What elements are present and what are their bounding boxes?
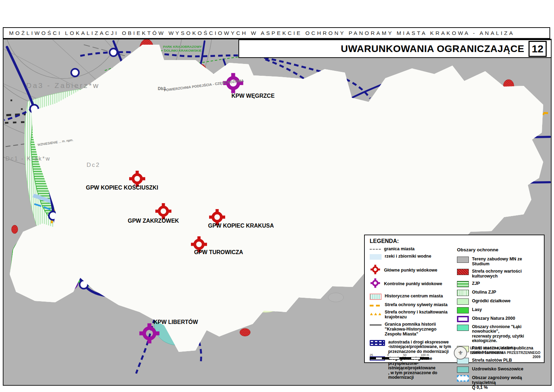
scale-bar: 25 0 50 100 m: [370, 353, 429, 360]
scale-bar-graphic: [370, 357, 429, 360]
ogrodki-swatch: [457, 298, 469, 305]
legend-item-tereny-mn: Tereny zabudowy MN ze Studium: [457, 257, 540, 266]
analysis-title: MOŻLIWOŚCI LOKALIZACJI OBIEKTÓW WYSOKOŚC…: [3, 30, 515, 36]
label-gpw-kopiec-krakusa: GPW KOPIEC KRAKUSA: [208, 223, 274, 229]
legend-footer: 25 0 50 100 m ⚜ URZĄD MIASTA KRAKOWA BIU…: [370, 346, 540, 360]
natura-2000-swatch: [457, 316, 469, 322]
annotation-park-2: DOLINKI KRAKOWSKIE: [164, 49, 202, 52]
annotation-park-1: PARK KRAJOBRAZOWY: [163, 45, 202, 49]
otulina-swatch: [457, 290, 469, 296]
scale-label-100: 100 m: [421, 353, 429, 357]
scale-label-25: 25: [370, 353, 373, 357]
annotation-sheet-dc1: Dc1 - Krak*w: [6, 156, 51, 162]
gpw-symbol-icon: [370, 264, 381, 276]
legend-item-lasy: Lasy: [457, 307, 540, 313]
city-boundary-swatch: [370, 249, 381, 250]
label-kpw-libertow: KPW LIBERTÓW: [154, 319, 198, 325]
sheet-title: UWARUNKOWANIA OGRANICZAJĄCE: [341, 43, 524, 54]
legend-left-column: granica miasta rzeki i zbiorniki wodne G…: [370, 246, 454, 392]
legend-item-sylweta: Strefa ochrony sylwety miasta: [370, 302, 454, 307]
gray-box-swatch: [457, 257, 469, 263]
scale-label-50: 50: [403, 353, 406, 357]
credit-line1: URZĄD MIASTA KRAKOWA: [470, 346, 516, 350]
legend-item-ogrodki: Ogródki działkowe: [457, 298, 540, 305]
legend-item-kpw: Kontrolne punkty widokowe: [370, 279, 454, 290]
uma-krakow-logo: ⚜: [454, 346, 467, 360]
kpw-symbol-icon: [370, 278, 381, 290]
legend-item-rzeki: rzeki i zbiorniki wodne: [370, 254, 454, 260]
credit-year: 2009: [470, 355, 540, 360]
legend-item-laki-nowohuckie: Obszary chronione "Łąki nowohuckie", rez…: [457, 325, 540, 343]
legend-item-granica-miasta: granica miasta: [370, 246, 454, 251]
annotation-sheet-da3: Da3 - Zabierz*w: [26, 81, 100, 89]
legend-item-strefa-kulturowa: Strefa ochrony wartości kulturowych: [457, 269, 540, 279]
label-gpw-zakrzowek: GPW ZAKRZÓWEK: [128, 217, 179, 224]
water-swatch: [370, 254, 382, 260]
legend-item-natura2000: Obszary Natura 2000: [457, 316, 540, 322]
lasy-swatch: [457, 307, 469, 313]
label-kpw-wegrzce: KPW WĘGRZCE: [231, 93, 275, 99]
uzdrowisko-swatch: [457, 367, 469, 373]
analysis-title-bar: MOŻLIWOŚCI LOKALIZACJI OBIEKTÓW WYSOKOŚC…: [3, 27, 550, 39]
legend-item-gpw: Główne punkty widokowe: [370, 265, 454, 276]
legend-title: LEGENDA:: [370, 238, 540, 244]
map-sheet: MOŻLIWOŚCI LOKALIZACJI OBIEKTÓW WYSOKOŚC…: [0, 0, 554, 392]
credit-line2: BIURO PLANOWANIA PRZESTRZENNEGO: [470, 351, 540, 355]
credit-block: ⚜ URZĄD MIASTA KRAKOWA BIURO PLANOWANIA …: [454, 346, 540, 360]
motorway-swatch: [370, 340, 385, 346]
label-gpw-kopiec-kosciuszki: GPW KOPIEC KOŚCIUSZKI: [86, 184, 158, 191]
legend-item-pomnik-historii: Granica pomnika historii "Krakowa-Histor…: [370, 322, 454, 336]
laki-swatch: [457, 325, 469, 331]
legend-item-historyczne-centrum: Historyczne centrum miasta: [370, 294, 454, 300]
legend-item-krajobraz: Strefa ochrony i kształtowania krajobraz…: [370, 310, 454, 319]
flood-swatch: [457, 375, 469, 382]
yellow-triangles-swatch: [370, 311, 382, 317]
legend-item-zjp: ZJP: [457, 281, 540, 287]
legend-item-uzdrowisko: Uzdrowisko Swoszowice: [457, 367, 540, 373]
scale-label-0: 0: [387, 353, 389, 357]
legend-right-column: Obszary ochronne Tereny zabudowy MN ze S…: [454, 246, 540, 392]
legend-item-woda-q01: Obszar zagrożony wodą tysiącletnią Q 0,1…: [457, 375, 540, 390]
yellow-dash-swatch: [370, 305, 382, 306]
sheet-header: UWARUNKOWANIA OGRANICZAJĄCE 12: [238, 39, 552, 58]
legend-right-header: Obszary ochronne: [457, 247, 540, 252]
annotation-sheet-db3: Db3: [158, 86, 166, 91]
red-hatch-swatch: [457, 269, 469, 275]
sheet-number-box: 12: [529, 41, 547, 57]
zjp-swatch: [457, 281, 469, 287]
label-gpw-turowicza: GPW TUROWICZA: [194, 249, 243, 255]
annotation-sheet-dc2: Dc2: [87, 162, 100, 168]
legend-item-drogi-glowne: drogi główne i główne przyspieszone-istn…: [370, 356, 454, 380]
legend-item-otulina: Otulina ZJP: [457, 290, 540, 296]
legend-box: LEGENDA: granica miasta rzeki i zbiornik…: [364, 235, 545, 363]
historic-centre-swatch: [370, 294, 382, 300]
gray-line-swatch: [370, 324, 382, 326]
